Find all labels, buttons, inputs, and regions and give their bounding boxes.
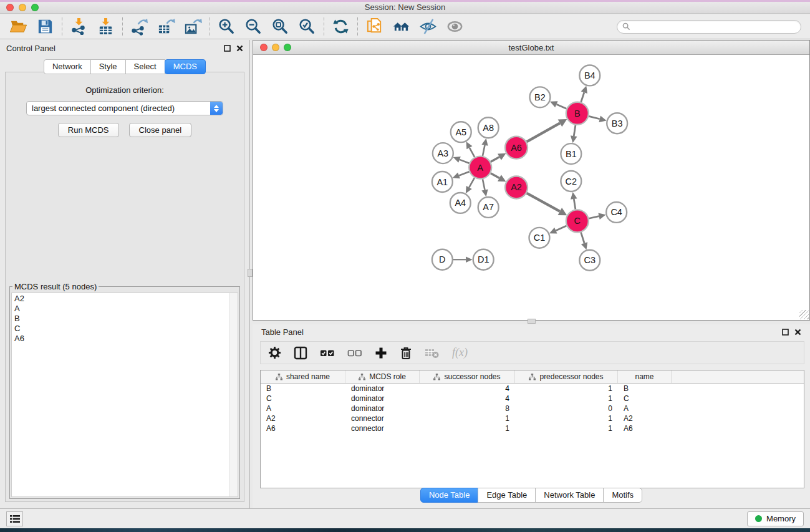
horizontal-splitter-handle[interactable] bbox=[528, 319, 536, 324]
node-A4[interactable]: A4 bbox=[450, 193, 471, 213]
tab-edge-table[interactable]: Edge Table bbox=[478, 488, 536, 503]
network-window-titlebar[interactable]: testGlobe.txt bbox=[253, 41, 809, 55]
deselect-all-rows-button[interactable] bbox=[347, 348, 362, 358]
float-panel-icon[interactable] bbox=[224, 45, 231, 52]
delete-table-button[interactable] bbox=[425, 347, 440, 359]
edge-A-A1[interactable] bbox=[459, 172, 469, 175]
edge-C-C2[interactable] bbox=[574, 199, 576, 210]
vertical-splitter-handle[interactable] bbox=[248, 269, 253, 277]
tab-motifs[interactable]: Motifs bbox=[603, 488, 642, 503]
node-A7[interactable]: A7 bbox=[478, 197, 499, 218]
open-file-button[interactable] bbox=[5, 16, 32, 37]
column-header-successor-nodes[interactable]: successor nodes bbox=[420, 370, 515, 383]
node-C3[interactable]: C3 bbox=[579, 250, 600, 271]
save-session-button[interactable] bbox=[32, 16, 59, 37]
search-input[interactable] bbox=[634, 22, 796, 31]
select-all-rows-button[interactable] bbox=[320, 348, 335, 358]
edge-C-C4[interactable] bbox=[589, 216, 599, 219]
edge-A-A2[interactable] bbox=[491, 173, 499, 178]
close-panel-icon[interactable] bbox=[236, 45, 243, 52]
table-row[interactable]: Cdominator41C bbox=[261, 394, 804, 404]
edge-B-B1[interactable] bbox=[574, 125, 576, 137]
zoom-in-button[interactable] bbox=[213, 16, 240, 37]
edge-B-B4[interactable] bbox=[581, 92, 584, 102]
memory-button[interactable]: Memory bbox=[747, 511, 804, 526]
close-table-panel-icon[interactable] bbox=[794, 329, 801, 336]
node-D[interactable]: D bbox=[432, 249, 453, 270]
export-network-button[interactable] bbox=[126, 16, 153, 37]
edge-C-C3[interactable] bbox=[581, 232, 585, 243]
node-A3[interactable]: A3 bbox=[433, 143, 453, 163]
edge-B-B2[interactable] bbox=[556, 104, 566, 109]
column-header-shared-name[interactable]: shared name bbox=[261, 370, 345, 383]
column-header-name[interactable]: name bbox=[618, 370, 672, 383]
show-columns-button[interactable] bbox=[294, 346, 307, 360]
node-B4[interactable]: B4 bbox=[579, 65, 600, 85]
node-A8[interactable]: A8 bbox=[478, 117, 499, 138]
node-B1[interactable]: B1 bbox=[561, 143, 581, 164]
optimization-criterion-dropdown[interactable]: largest connected component (directed) bbox=[26, 101, 223, 115]
tab-select[interactable]: Select bbox=[125, 59, 165, 74]
tab-network[interactable]: Network bbox=[44, 59, 91, 74]
result-item[interactable]: C bbox=[14, 324, 235, 334]
apply-function-button[interactable]: f(x) bbox=[452, 346, 468, 359]
export-image-button[interactable] bbox=[180, 16, 206, 37]
table-row[interactable]: Adominator80A bbox=[261, 404, 804, 414]
tab-mcds[interactable]: MCDS bbox=[165, 59, 206, 74]
edge-A-A5[interactable] bbox=[470, 148, 475, 157]
zoom-selected-button[interactable] bbox=[294, 16, 321, 37]
window-resize-grip[interactable] bbox=[799, 310, 809, 319]
run-mcds-button[interactable]: Run MCDS bbox=[58, 123, 119, 137]
table-settings-button[interactable] bbox=[268, 346, 281, 359]
edge-A6-B[interactable] bbox=[527, 123, 560, 142]
node-A5[interactable]: A5 bbox=[451, 122, 471, 142]
table-row[interactable]: Bdominator41B bbox=[261, 384, 804, 394]
first-neighbors-button[interactable] bbox=[388, 16, 415, 37]
node-D1[interactable]: D1 bbox=[473, 249, 494, 270]
result-scrollbar[interactable] bbox=[229, 293, 238, 496]
import-table-button[interactable] bbox=[92, 16, 119, 37]
edge-A-A6[interactable] bbox=[491, 157, 499, 162]
result-item[interactable]: A6 bbox=[14, 334, 235, 344]
node-C2[interactable]: C2 bbox=[561, 171, 581, 191]
float-table-panel-icon[interactable] bbox=[782, 329, 789, 336]
node-C[interactable]: C bbox=[566, 210, 589, 232]
table-row[interactable]: A6connector11A6 bbox=[261, 423, 804, 433]
tab-node-table[interactable]: Node Table bbox=[420, 488, 479, 503]
tab-network-table[interactable]: Network Table bbox=[535, 488, 604, 503]
edge-A-A3[interactable] bbox=[460, 160, 469, 163]
close-panel-button[interactable]: Close panel bbox=[129, 123, 192, 137]
task-history-button[interactable] bbox=[6, 511, 23, 526]
tab-style[interactable]: Style bbox=[90, 59, 126, 74]
zoom-out-button[interactable] bbox=[240, 16, 267, 37]
column-header-MCDS-role[interactable]: MCDS role bbox=[345, 370, 420, 383]
delete-column-button[interactable] bbox=[400, 346, 412, 360]
zoom-fit-button[interactable] bbox=[267, 16, 294, 37]
node-A2[interactable]: A2 bbox=[505, 177, 528, 199]
create-column-button[interactable] bbox=[375, 347, 387, 359]
node-C4[interactable]: C4 bbox=[606, 202, 627, 223]
node-C1[interactable]: C1 bbox=[529, 228, 550, 248]
import-network-button[interactable] bbox=[65, 16, 92, 37]
search-field[interactable] bbox=[617, 20, 801, 34]
refresh-layout-button[interactable] bbox=[327, 16, 354, 37]
edge-A2-C[interactable] bbox=[527, 193, 560, 211]
edge-A-A7[interactable] bbox=[483, 179, 485, 190]
network-canvas[interactable]: B4B2BB3A5A8A6A3B1AA1C2A2A4A7C4CC1C3DD1 bbox=[253, 55, 809, 320]
node-B2[interactable]: B2 bbox=[530, 87, 551, 107]
result-item[interactable]: A2 bbox=[14, 294, 235, 304]
show-all-button[interactable] bbox=[441, 16, 468, 37]
edge-A-A4[interactable] bbox=[469, 178, 475, 187]
node-A[interactable]: A bbox=[469, 157, 491, 179]
result-item[interactable]: A bbox=[14, 304, 235, 314]
table-row[interactable]: A2connector11A2 bbox=[261, 414, 804, 423]
edge-C-C1[interactable] bbox=[556, 226, 566, 231]
node-A1[interactable]: A1 bbox=[432, 172, 453, 192]
node-A6[interactable]: A6 bbox=[505, 137, 528, 159]
hide-selected-button[interactable] bbox=[415, 16, 441, 37]
export-table-button[interactable] bbox=[153, 16, 180, 37]
node-B[interactable]: B bbox=[566, 102, 589, 125]
result-item[interactable]: B bbox=[14, 314, 235, 324]
clone-network-button[interactable] bbox=[361, 16, 388, 37]
node-B3[interactable]: B3 bbox=[607, 113, 627, 133]
